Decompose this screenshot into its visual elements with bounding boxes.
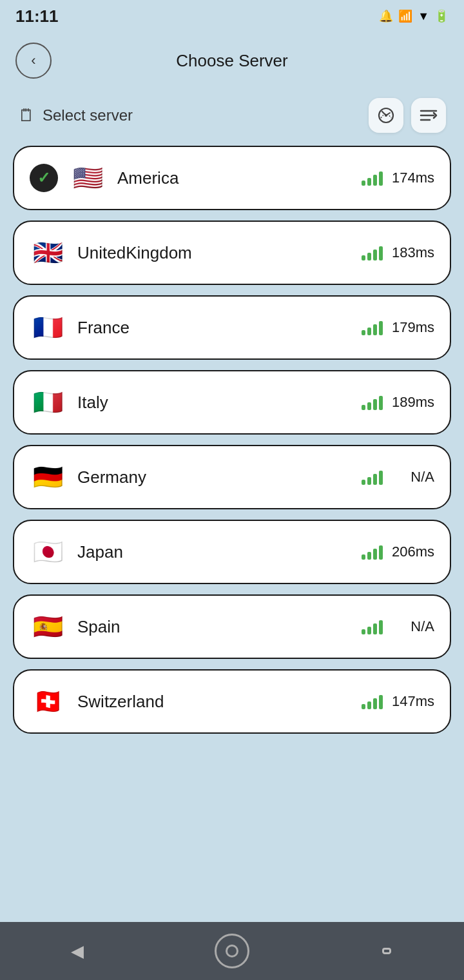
bar4 — [379, 172, 383, 186]
toolbar: 🗒 Select server — [0, 92, 464, 146]
latency-germany: N/A — [389, 469, 434, 485]
battery-icon: 🔋 — [434, 9, 449, 23]
bar2 — [367, 701, 371, 709]
bar2 — [367, 627, 371, 634]
signal-area-switzerland: 147ms — [362, 693, 434, 710]
bar1 — [362, 255, 365, 260]
status-bar: 11:11 🔔 📶 ▼ 🔋 — [0, 0, 464, 32]
nav-home-inner-circle — [226, 945, 238, 957]
nav-recents-icon — [382, 948, 391, 954]
bar4 — [379, 396, 383, 410]
bar2 — [367, 477, 371, 485]
bottom-nav: ◀ — [0, 922, 464, 980]
selected-check-circle: ✓ — [30, 164, 58, 192]
signal-area-america: 174ms — [362, 170, 434, 186]
list-icon: 🗒 — [18, 106, 35, 126]
country-name-united-kingdom: UnitedKingdom — [77, 243, 350, 263]
bar3 — [373, 324, 377, 335]
signal-bars-germany — [362, 469, 383, 485]
latency-spain: N/A — [389, 618, 434, 635]
bar1 — [362, 181, 365, 186]
bar4 — [379, 471, 383, 485]
flag-america: 🇺🇸 — [70, 160, 106, 196]
flag-japan: 🇯🇵 — [30, 534, 66, 570]
server-item-united-kingdom[interactable]: 🇬🇧 UnitedKingdom 183ms — [13, 220, 451, 285]
bar2 — [367, 402, 371, 410]
server-item-spain[interactable]: 🇪🇸 Spain N/A — [13, 594, 451, 659]
signal-bars-united-kingdom — [362, 245, 383, 260]
signal-area-united-kingdom: 183ms — [362, 244, 434, 261]
bar3 — [373, 250, 377, 260]
latency-switzerland: 147ms — [389, 693, 434, 710]
bar1 — [362, 629, 365, 634]
back-button[interactable]: ‹ — [15, 43, 52, 79]
nav-home-button[interactable] — [213, 932, 251, 970]
signal-bars-japan — [362, 544, 383, 560]
bar1 — [362, 704, 365, 709]
server-item-italy[interactable]: 🇮🇹 Italy 189ms — [13, 370, 451, 435]
latency-united-kingdom: 183ms — [389, 244, 434, 261]
latency-france: 179ms — [389, 319, 434, 336]
server-item-germany[interactable]: 🇩🇪 Germany N/A — [13, 445, 451, 509]
server-item-japan[interactable]: 🇯🇵 Japan 206ms — [13, 520, 451, 584]
server-item-america[interactable]: ✓ 🇺🇸 America 174ms — [13, 146, 451, 210]
country-name-germany: Germany — [77, 467, 350, 487]
flag-united-kingdom: 🇬🇧 — [30, 235, 66, 271]
sort-button[interactable] — [411, 98, 446, 133]
bar3 — [373, 698, 377, 709]
flag-switzerland: 🇨🇭 — [30, 683, 66, 720]
bar3 — [373, 474, 377, 485]
speed-test-button[interactable] — [369, 98, 403, 133]
signal-bars-america — [362, 170, 383, 186]
sort-icon — [420, 108, 438, 123]
wifi-icon: ▼ — [418, 10, 429, 23]
flag-germany: 🇩🇪 — [30, 459, 66, 495]
bar2 — [367, 552, 371, 560]
signal-area-germany: N/A — [362, 469, 434, 485]
signal-area-japan: 206ms — [362, 544, 434, 560]
signal-bars-italy — [362, 395, 383, 410]
header: ‹ Choose Server — [0, 32, 464, 92]
bar3 — [373, 399, 377, 410]
status-icons: 🔔 📶 ▼ 🔋 — [379, 9, 449, 23]
bar4 — [379, 321, 383, 335]
country-name-spain: Spain — [77, 617, 350, 637]
bar4 — [379, 695, 383, 709]
toolbar-label-area: 🗒 Select server — [18, 106, 361, 126]
country-name-italy: Italy — [77, 393, 350, 413]
toolbar-actions — [369, 98, 446, 133]
server-item-switzerland[interactable]: 🇨🇭 Switzerland 147ms — [13, 669, 451, 734]
bar2 — [367, 253, 371, 260]
bar1 — [362, 330, 365, 335]
signal-bars-france — [362, 320, 383, 335]
country-name-france: France — [77, 318, 350, 338]
bar1 — [362, 554, 365, 560]
latency-italy: 189ms — [389, 394, 434, 411]
country-name-america: America — [117, 168, 350, 188]
bar4 — [379, 246, 383, 260]
nav-back-button[interactable]: ◀ — [58, 932, 97, 970]
country-name-japan: Japan — [77, 542, 350, 562]
signal-area-spain: N/A — [362, 618, 434, 635]
signal-area-italy: 189ms — [362, 394, 434, 411]
signal-icon: 📶 — [398, 9, 412, 23]
bar3 — [373, 549, 377, 560]
bar1 — [362, 405, 365, 410]
nav-recents-button[interactable] — [367, 932, 406, 970]
bar4 — [379, 545, 383, 560]
latency-japan: 206ms — [389, 544, 434, 560]
nav-home-icon — [215, 934, 249, 968]
page-title: Choose Server — [176, 51, 287, 71]
country-name-switzerland: Switzerland — [77, 692, 350, 712]
signal-area-france: 179ms — [362, 319, 434, 336]
flag-italy: 🇮🇹 — [30, 384, 66, 420]
signal-bars-spain — [362, 619, 383, 634]
server-item-france[interactable]: 🇫🇷 France 179ms — [13, 295, 451, 360]
bar1 — [362, 480, 365, 485]
toolbar-select-label: Select server — [43, 106, 133, 124]
latency-america: 174ms — [389, 170, 434, 186]
check-icon: ✓ — [37, 169, 50, 187]
flag-france: 🇫🇷 — [30, 309, 66, 346]
signal-bars-switzerland — [362, 694, 383, 709]
bar4 — [379, 620, 383, 634]
